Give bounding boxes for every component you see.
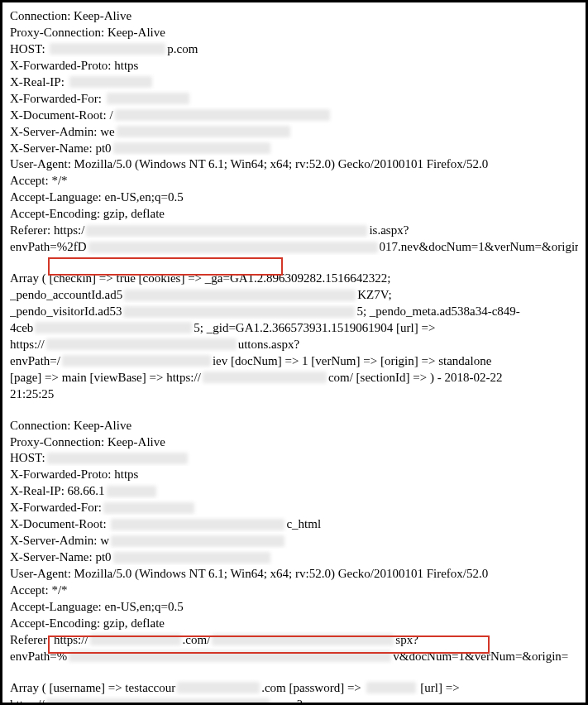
- txt: https://: [10, 698, 45, 705]
- b1-arr-l6: envPath=/iev [docNum] => 1 [verNum] => […: [10, 352, 578, 369]
- txt: _pendo_visitorId.ad53: [10, 305, 122, 318]
- txt: X-Real-IP: 68.66.1: [10, 485, 105, 498]
- b2-xff: X-Forwarded-For:: [10, 499, 578, 516]
- txt: [url] =>: [418, 681, 460, 694]
- txt: _pendo_accountId.ad5: [10, 288, 122, 301]
- b1-proxy: Proxy-Connection: Keep-Alive: [10, 24, 578, 41]
- txt: .com/: [183, 633, 211, 646]
- redact: [115, 109, 330, 121]
- txt: X-Server-Name: pt0: [10, 550, 112, 564]
- txt: c_html: [286, 517, 321, 530]
- redact: [203, 372, 327, 383]
- txt: X-Server-Admin: we: [10, 125, 115, 138]
- txt: X-Server-Admin: w: [10, 534, 109, 547]
- txt: envPath=%2fD: [10, 240, 87, 253]
- redact: [103, 502, 194, 514]
- highlighted-checkin-cookies: [checkin] => true [cookies] => _ga=: [46, 271, 230, 285]
- txt: X-Forwarded-For:: [10, 92, 105, 105]
- b1-arr-l3: _pendo_visitorId.ad535; _pendo_meta.ad53…: [10, 303, 578, 319]
- txt: com/ [sectionId] => ) - 2018-02-22: [328, 371, 503, 384]
- b1-arr-l4: 4ceb5; _gid=GA1.2.366573931.1519061904 […: [10, 319, 578, 336]
- b1-arr-l5: https://uttons.aspx?: [10, 336, 578, 352]
- b1-serveradmin: X-Server-Admin: we: [10, 123, 578, 140]
- redact: [50, 43, 165, 55]
- redact: [46, 338, 237, 350]
- b2-acceptenc: Accept-Encoding: gzip, deflate: [10, 615, 578, 631]
- redact: [123, 306, 355, 318]
- redact: [86, 225, 367, 237]
- b1-arr-l1: Array ( [checkin] => true [cookies] => _…: [10, 270, 578, 286]
- txt: Accept-Encoding: gzip, deflate: [10, 207, 165, 220]
- txt: X-Forwarded-For:: [10, 501, 102, 514]
- b2-connection: Connection: Keep-Alive: [10, 417, 578, 434]
- txt: 017.nev&docNum=1&verNum=&origin=: [380, 240, 578, 253]
- b2-servername: X-Server-Name: pt0: [10, 549, 578, 565]
- txt: .aspx?: [271, 698, 303, 705]
- txt: Accept-Language: en-US,en;q=0.5: [10, 191, 184, 204]
- b2-xfp: X-Forwarded-Proto: https: [10, 466, 578, 482]
- txt: Array (: [10, 271, 46, 285]
- b1-acceptenc: Accept-Encoding: gzip, deflate: [10, 205, 578, 222]
- txt: 21:25:25: [10, 387, 54, 400]
- b2-arr-l2: https://.aspx?: [10, 696, 578, 705]
- redact: [90, 634, 181, 645]
- txt: HOST:: [10, 42, 48, 55]
- txt: Referer: https:/: [10, 223, 84, 237]
- highlighted-password: .com [password] =>: [261, 681, 364, 694]
- redact: [88, 242, 378, 253]
- b2-host: HOST:: [10, 449, 578, 466]
- b1-docroot: X-Document-Root: /: [10, 107, 578, 123]
- txt: X-Forwarded-Proto: https: [10, 59, 138, 72]
- redact: [47, 453, 188, 464]
- txt: https://: [10, 338, 45, 351]
- txt: Referer: https://: [10, 633, 88, 646]
- txt: HOST:: [10, 452, 45, 465]
- txt: Connection: Keep-Alive: [10, 9, 131, 22]
- redact: [107, 486, 156, 497]
- txt: X-Document-Root:: [10, 517, 109, 530]
- redact: [124, 290, 356, 301]
- txt: Connection: Keep-Alive: [10, 419, 131, 432]
- b1-referer: Referer: https:/is.aspx?: [10, 222, 578, 238]
- redact: [177, 682, 260, 693]
- txt: iev [docNum] => 1 [verNum] => [origin] =…: [213, 354, 491, 367]
- redact: [212, 634, 394, 645]
- redact: [69, 650, 391, 662]
- txt: Proxy-Connection: Keep-Alive: [10, 26, 165, 39]
- txt: 4ceb: [10, 321, 33, 334]
- redact: [69, 76, 152, 88]
- txt: User-Agent: Mozilla/5.0 (Windows NT 6.1;…: [10, 158, 488, 171]
- redact: [62, 355, 211, 367]
- txt: X-Real-IP:: [10, 75, 68, 89]
- txt: uttons.aspx?: [238, 338, 300, 351]
- txt: spx?: [395, 633, 418, 646]
- b2-referer: Referer: https://.com/spx?: [10, 631, 578, 648]
- b2-xrealip: X-Real-IP: 68.66.1: [10, 482, 578, 499]
- txt: v&docNum=1&verNum=&origin=: [393, 650, 568, 663]
- redact: [46, 698, 270, 705]
- txt: p.com: [167, 42, 198, 55]
- b2-serveradmin: X-Server-Admin: w: [10, 532, 578, 549]
- b1-accept: Accept: */*: [10, 172, 578, 189]
- b1-host: HOST: p.com: [10, 41, 578, 57]
- b1-arr-l8: 21:25:25: [10, 386, 578, 402]
- txt: KZ7V;: [357, 288, 391, 301]
- b1-xfp: X-Forwarded-Proto: https: [10, 57, 578, 74]
- txt: envPath=%: [10, 650, 67, 663]
- txt: X-Document-Root: /: [10, 108, 113, 122]
- redact: [111, 519, 284, 530]
- redact: [113, 142, 270, 154]
- txt: Accept: */*: [10, 175, 68, 188]
- txt: GA1.2.896309282.1516642322;: [230, 271, 391, 285]
- highlighted-username: [username] => testaccour: [46, 681, 175, 694]
- txt: X-Server-Name: pt0: [10, 141, 112, 155]
- b2-docroot: X-Document-Root: c_html: [10, 516, 578, 532]
- txt: [page] => main [viewBase] => https://: [10, 371, 201, 384]
- txt: Accept: */*: [10, 583, 68, 597]
- b1-ua: User-Agent: Mozilla/5.0 (Windows NT 6.1;…: [10, 156, 578, 172]
- b1-servername: X-Server-Name: pt0: [10, 140, 578, 156]
- b1-arr-l2: _pendo_accountId.ad5KZ7V;: [10, 286, 578, 303]
- txt: is.aspx?: [369, 223, 409, 237]
- redact: [113, 552, 270, 564]
- txt: Accept-Language: en-US,en;q=0.5: [10, 600, 184, 613]
